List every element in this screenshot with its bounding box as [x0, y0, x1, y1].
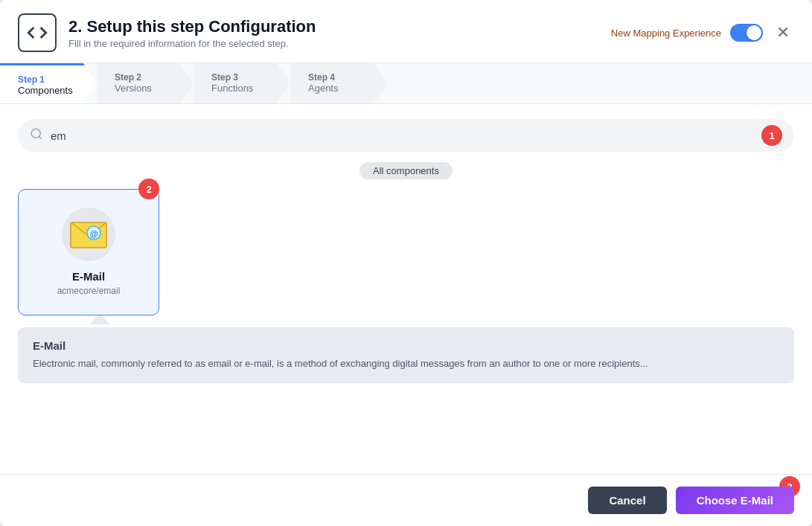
header-text: 2. Setup this step Configuration Fill in…	[68, 17, 599, 49]
component-email-name: E-Mail	[72, 270, 105, 283]
svg-text:@: @	[90, 229, 98, 238]
new-mapping-label: New Mapping Experience	[611, 28, 721, 39]
step-tab-3[interactable]: Step 3 Functions	[194, 63, 290, 103]
header-title: 2. Setup this step Configuration	[68, 17, 599, 36]
desc-pointer	[89, 314, 110, 324]
header-right: New Mapping Experience ✕	[611, 22, 794, 44]
svg-point-0	[31, 129, 40, 138]
modal-header: 2. Setup this step Configuration Fill in…	[0, 0, 812, 63]
step-3-number: Step 3	[211, 72, 266, 83]
steps-navigation: Step 1 Components Step 2 Versions Step 3…	[0, 63, 812, 104]
step-4-number: Step 4	[308, 72, 363, 83]
step-2-label: Versions	[115, 83, 170, 94]
search-bar: 1	[18, 119, 794, 152]
modal-content: 1 All components 2	[0, 104, 812, 474]
close-button[interactable]: ✕	[772, 22, 794, 44]
choose-button-wrap: 3 Choose E-Mail	[676, 487, 794, 514]
header-icon	[18, 13, 57, 52]
step-3-label: Functions	[211, 83, 266, 94]
modal-container: 2. Setup this step Configuration Fill in…	[0, 0, 812, 526]
email-icon-wrap: @	[62, 208, 115, 261]
header-subtitle: Fill in the required information for the…	[68, 38, 599, 49]
svg-line-1	[39, 136, 41, 138]
component-badge-2: 2	[138, 179, 159, 199]
search-badge-1: 1	[761, 125, 782, 146]
components-area: 2 @	[18, 189, 794, 383]
component-card-email[interactable]: @ E-Mail acmecore/email	[18, 189, 159, 315]
step-tab-2[interactable]: Step 2 Versions	[97, 63, 194, 103]
search-input[interactable]	[51, 129, 754, 142]
choose-button[interactable]: Choose E-Mail	[676, 487, 794, 514]
description-text: Electronic mail, commonly referred to as…	[33, 356, 779, 371]
email-icon: @	[69, 219, 108, 249]
step-tab-1[interactable]: Step 1 Components	[0, 63, 97, 103]
component-grid: @ E-Mail acmecore/email	[18, 189, 794, 315]
step-2-number: Step 2	[115, 72, 170, 83]
step-4-label: Agents	[308, 83, 363, 94]
step-tab-4[interactable]: Step 4 Agents	[290, 63, 387, 103]
search-icon	[30, 127, 43, 144]
description-box: E-Mail Electronic mail, commonly referre…	[18, 327, 794, 383]
section-label: All components	[18, 164, 794, 177]
modal-footer: Cancel 3 Choose E-Mail	[0, 474, 812, 526]
component-badge-container: 2	[138, 179, 159, 199]
description-title: E-Mail	[33, 339, 779, 352]
component-email-path: acmecore/email	[57, 286, 121, 296]
new-mapping-toggle[interactable]	[730, 24, 763, 42]
cancel-button[interactable]: Cancel	[588, 487, 666, 514]
step-1-label: Components	[18, 85, 73, 96]
step-1-number: Step 1	[18, 74, 73, 85]
